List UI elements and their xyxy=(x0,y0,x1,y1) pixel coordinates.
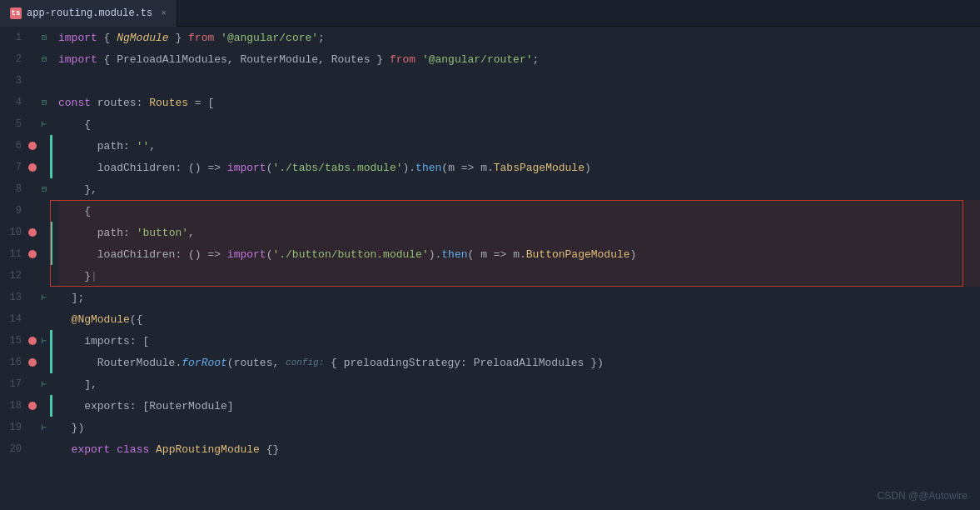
breakpoint-dot xyxy=(28,402,37,410)
fold-marker[interactable]: ⊢ xyxy=(38,422,50,432)
breakpoint-col[interactable] xyxy=(27,228,38,237)
gutter-line: 13⊢ xyxy=(0,287,50,308)
token: Routes xyxy=(149,97,188,109)
token: imports: [ xyxy=(58,335,149,348)
gutter-line: 9 xyxy=(0,200,50,222)
code-line: }) xyxy=(58,417,980,438)
token: | xyxy=(91,270,97,282)
breakpoint-col[interactable] xyxy=(27,250,38,258)
token xyxy=(58,313,72,326)
code-line: @NgModule({ xyxy=(58,308,980,330)
token: './button/button.module' xyxy=(272,248,428,261)
token: path: xyxy=(58,140,137,152)
editor-tab[interactable]: ts app-routing.module.ts × xyxy=(0,0,177,27)
token: { PreloadAllModules, RouterModule, Route… xyxy=(97,53,390,66)
fold-marker[interactable]: ⊟ xyxy=(38,184,50,194)
code-line: }| xyxy=(58,265,980,287)
code-line: loadChildren: () => import('./tabs/tabs.… xyxy=(58,157,980,178)
breakpoint-dot xyxy=(28,163,37,172)
token: @NgModule xyxy=(72,313,130,326)
code-line: import { PreloadAllModules, RouterModule… xyxy=(58,48,980,70)
fold-marker[interactable]: ⊢ xyxy=(38,379,50,389)
line-number: 14 xyxy=(0,313,27,325)
line-number: 6 xyxy=(0,140,27,152)
gutter-line: 12 xyxy=(0,265,50,287)
token: ) xyxy=(585,162,591,174)
token: ]; xyxy=(58,292,84,304)
breakpoint-col[interactable] xyxy=(27,337,38,345)
gutter-line: 1⊟ xyxy=(0,27,50,48)
line-number: 4 xyxy=(0,97,27,108)
gutter-line: 3 xyxy=(0,70,50,92)
token xyxy=(415,53,422,66)
token: config: xyxy=(286,358,324,368)
watermark: CSDN @@Autowire xyxy=(878,490,968,502)
token: AppRoutingModule xyxy=(156,443,260,456)
token: {} xyxy=(260,443,279,456)
token: NgModule xyxy=(117,32,168,44)
code-area: 1⊟2⊟34⊟5⊢678⊟910111213⊢1415⊢1617⊢1819⊢20… xyxy=(0,27,980,510)
gutter-line: 15⊢ xyxy=(0,330,50,352)
line-number: 2 xyxy=(0,53,27,65)
token: import xyxy=(227,248,266,261)
token: (routes, xyxy=(227,357,286,369)
code-line: ], xyxy=(58,373,980,395)
fold-marker[interactable]: ⊟ xyxy=(38,54,50,64)
modified-lines-bar xyxy=(50,27,52,510)
token: RouterModule. xyxy=(58,357,182,369)
token: , xyxy=(149,140,156,152)
editor-container: ts app-routing.module.ts × 1⊟2⊟34⊟5⊢678⊟… xyxy=(0,0,980,510)
token: routes: xyxy=(91,97,149,109)
gutter: 1⊟2⊟34⊟5⊢678⊟910111213⊢1415⊢1617⊢1819⊢20 xyxy=(0,27,50,510)
token: ; xyxy=(318,32,325,44)
token: ). xyxy=(403,162,416,174)
token: }, xyxy=(58,183,97,196)
line-number: 16 xyxy=(0,357,27,368)
gutter-line: 6 xyxy=(0,135,50,157)
token: from xyxy=(188,32,214,44)
token: import xyxy=(58,32,97,44)
breakpoint-col[interactable] xyxy=(27,402,38,410)
token: '@angular/router' xyxy=(422,53,533,66)
token: , xyxy=(188,227,195,239)
line-number: 7 xyxy=(0,162,27,173)
line-number: 9 xyxy=(0,205,27,217)
code-line: const routes: Routes = [ xyxy=(58,92,980,113)
gutter-line: 8⊟ xyxy=(0,178,50,200)
token: class xyxy=(117,443,149,456)
fold-marker[interactable]: ⊢ xyxy=(38,292,50,302)
token: loadChildren: () => xyxy=(58,248,227,261)
fold-marker[interactable]: ⊟ xyxy=(38,98,50,108)
code-line: ]; xyxy=(58,287,980,308)
breakpoint-dot xyxy=(28,358,37,367)
code-line: import { NgModule } from '@angular/core'… xyxy=(58,27,980,48)
token: } xyxy=(58,270,91,282)
code-line: imports: [ xyxy=(58,330,980,352)
line-number: 15 xyxy=(0,335,27,347)
token: { xyxy=(97,32,117,44)
fold-marker[interactable]: ⊢ xyxy=(38,119,50,129)
line-number: 20 xyxy=(0,443,27,455)
gutter-line: 10 xyxy=(0,222,50,243)
token: loadChildren: () => xyxy=(58,162,227,174)
line-number: 18 xyxy=(0,400,27,412)
gutter-line: 17⊢ xyxy=(0,373,50,395)
breakpoint-col[interactable] xyxy=(27,142,38,150)
line-number: 11 xyxy=(0,248,27,260)
breakpoint-col[interactable] xyxy=(27,163,38,172)
tab-filename: app-routing.module.ts xyxy=(27,8,152,19)
code-line: RouterModule.forRoot(routes, config: { p… xyxy=(58,352,980,373)
line-number: 19 xyxy=(0,422,27,433)
breakpoint-col[interactable] xyxy=(27,358,38,367)
fold-marker[interactable]: ⊢ xyxy=(38,336,50,346)
token xyxy=(58,443,72,456)
code-lines[interactable]: import { NgModule } from '@angular/core'… xyxy=(50,27,980,510)
tab-close-button[interactable]: × xyxy=(161,8,167,18)
gutter-line: 18 xyxy=(0,395,50,417)
token: import xyxy=(227,162,266,174)
fold-marker[interactable]: ⊟ xyxy=(38,32,50,42)
token: const xyxy=(58,97,91,109)
line-number: 1 xyxy=(0,32,27,43)
file-type-icon: ts xyxy=(10,8,22,19)
tab-bar: ts app-routing.module.ts × xyxy=(0,0,980,27)
